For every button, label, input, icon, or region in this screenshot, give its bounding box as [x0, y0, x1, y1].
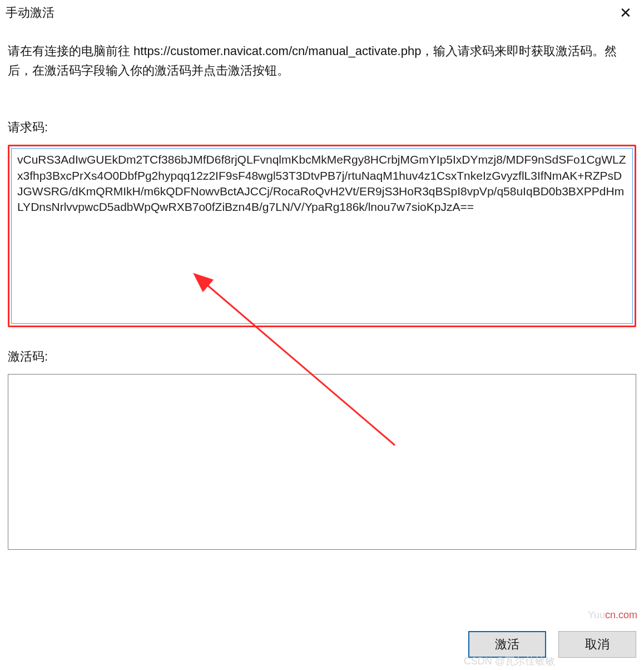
titlebar: 手动激活 ✕: [0, 0, 644, 26]
activation-code-wrap: [8, 374, 636, 550]
watermark-site: Yuucn.com: [588, 609, 637, 621]
window-title: 手动激活: [6, 4, 55, 21]
request-code-label: 请求码:: [8, 119, 636, 136]
watermark-csdn: CSDN @瓦尔佳敏敏: [464, 654, 555, 668]
close-icon[interactable]: ✕: [615, 3, 636, 22]
watermark-site-plain: Yuu: [588, 609, 605, 620]
activation-code-label: 激活码:: [8, 348, 636, 365]
request-code-highlight: [8, 145, 636, 327]
request-code-textarea[interactable]: [11, 148, 633, 324]
activate-button[interactable]: 激活: [468, 631, 546, 658]
dialog-content: 请在有连接的电脑前往 https://customer.navicat.com/…: [0, 26, 644, 577]
button-row: 激活 取消: [468, 631, 636, 658]
instruction-text: 请在有连接的电脑前往 https://customer.navicat.com/…: [8, 41, 636, 80]
watermark-site-red: cn.com: [605, 609, 637, 620]
cancel-button[interactable]: 取消: [558, 631, 636, 658]
activation-code-textarea[interactable]: [8, 374, 636, 550]
